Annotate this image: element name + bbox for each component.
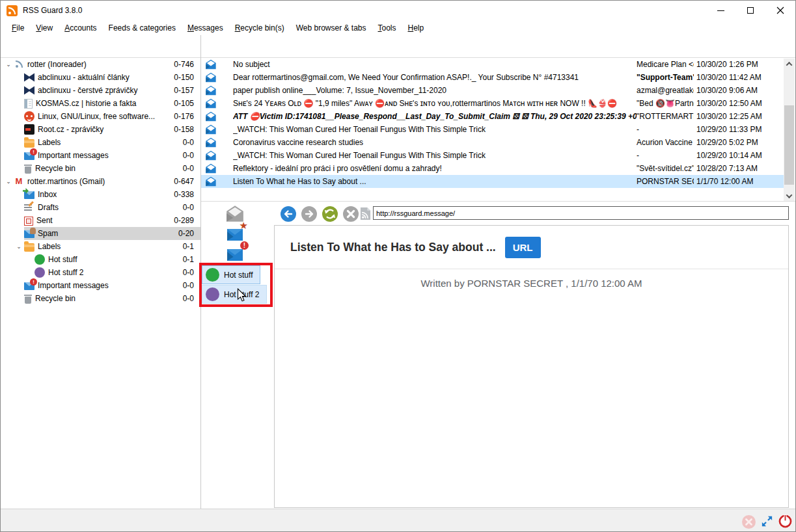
feed-tree-item[interactable]: ⌄ Root.cz - zprávičky 0-158 bbox=[1, 123, 200, 136]
feed-label: abclinuxu - aktuální články bbox=[38, 73, 169, 82]
feed-tree-item[interactable]: ⌄ Recycle bin 0-0 bbox=[1, 162, 200, 175]
envelope-icon bbox=[204, 98, 217, 109]
feed-icon bbox=[24, 152, 34, 160]
maximize-icon bbox=[747, 7, 754, 14]
message-list-scrollbar[interactable] bbox=[784, 59, 795, 201]
feed-unread-count: 0-1 bbox=[183, 242, 194, 251]
menu-tools[interactable]: Tools bbox=[372, 21, 402, 34]
message-row[interactable]: Listen To What he Has to Say about ... P… bbox=[201, 175, 785, 188]
feed-label: Important messages bbox=[38, 151, 178, 160]
menu-view[interactable]: View bbox=[30, 21, 59, 34]
switch-importance-button[interactable]: ! bbox=[225, 245, 245, 263]
envelope-icon bbox=[204, 59, 217, 70]
arrow-right-icon bbox=[301, 206, 317, 222]
feed-tree-item[interactable]: ⌄ abclinuxu - čerstvé zprávičky 0-157 bbox=[1, 84, 200, 97]
menu-feeds-categories[interactable]: Feeds & categories bbox=[103, 21, 182, 34]
message-row[interactable]: _WATCH: This Woman Cured Her Toenail Fun… bbox=[201, 123, 785, 136]
close-button[interactable] bbox=[765, 1, 795, 20]
feed-tree-item[interactable]: ⌄ Hot stuff 0-1 bbox=[1, 253, 200, 266]
label-color-icon bbox=[206, 287, 219, 301]
message-row[interactable]: Sʜᴇ's 24 Yᴇᴀʀs Oʟᴅ ⛔ "1,9 miles" Aᴡᴀʏ ⛔ᴀ… bbox=[201, 97, 785, 110]
feed-unread-count: 0-0 bbox=[183, 138, 194, 147]
message-date: 10/30/20 9:06 AM bbox=[696, 86, 785, 95]
feed-icon bbox=[34, 267, 45, 278]
browser-reload-button[interactable] bbox=[322, 206, 338, 222]
feed-icon bbox=[24, 111, 34, 122]
feed-tree-item[interactable]: ⌄ Important messages 0-0 bbox=[1, 149, 200, 162]
feed-tree-item[interactable]: ⌄ Labels 0-1 bbox=[1, 240, 200, 253]
label-assign-button[interactable]: Hot stuff 2 bbox=[202, 285, 267, 304]
feed-tree-item[interactable]: ⌄ Sent 0-289 bbox=[1, 214, 200, 227]
feed-icon bbox=[24, 163, 32, 174]
menu-file[interactable]: File bbox=[6, 21, 30, 34]
url-input[interactable] bbox=[373, 206, 789, 220]
expand-arrow-icon[interactable]: ⌄ bbox=[14, 243, 24, 250]
feed-unread-count: 0-158 bbox=[174, 125, 194, 134]
message-row[interactable]: _WATCH: This Woman Cured Her Toenail Fun… bbox=[201, 149, 785, 162]
scroll-up-button[interactable] bbox=[784, 59, 795, 69]
menu-web-browser-tabs[interactable]: Web browser & tabs bbox=[290, 21, 372, 34]
feed-unread-count: 0-105 bbox=[174, 99, 194, 108]
open-url-button[interactable]: URL bbox=[505, 237, 541, 258]
envelope-icon bbox=[204, 124, 217, 135]
feed-icon bbox=[24, 230, 34, 238]
message-sender: "Support-Team" ... bbox=[637, 73, 694, 82]
expand-arrow-icon[interactable]: ⌄ bbox=[3, 178, 14, 185]
feed-unread-count: 0-338 bbox=[174, 190, 194, 199]
label-assign-button[interactable]: Hot stuff bbox=[202, 265, 260, 284]
fullscreen-button[interactable] bbox=[760, 514, 774, 529]
feed-tree-item[interactable]: ⌄ Labels 0-0 bbox=[1, 136, 200, 149]
feed-tree-item[interactable]: ⌄ Spam 0-20 bbox=[1, 227, 200, 240]
menu-accounts[interactable]: Accounts bbox=[59, 21, 102, 34]
feed-unread-count: 0-0 bbox=[183, 268, 194, 277]
message-row[interactable]: No subject Medicare Plan <e... 10/30/20 … bbox=[201, 58, 785, 71]
expand-arrow-icon[interactable]: ⌄ bbox=[3, 61, 14, 68]
refresh-icon bbox=[322, 206, 338, 222]
feed-tree-item[interactable]: ⌄ Inbox 0-338 bbox=[1, 188, 200, 201]
minimize-button[interactable] bbox=[706, 1, 735, 20]
message-sender: - bbox=[637, 125, 694, 134]
message-date: 10/29/20 5:02 PM bbox=[696, 138, 785, 147]
feed-tree-item[interactable]: ⌄ Hot stuff 2 0-0 bbox=[1, 266, 200, 279]
message-subject: Listen To What he Has to Say about ... bbox=[233, 177, 637, 186]
feed-label: Recycle bin bbox=[35, 164, 178, 173]
message-row[interactable]: Coronavirus vaccine research studies Acu… bbox=[201, 136, 785, 149]
feed-unread-count: 0-0 bbox=[183, 203, 194, 212]
feed-label: KOSMAS.cz | historie a fakta bbox=[36, 99, 169, 108]
labels-popup: Hot stuff Hot stuff 2 bbox=[202, 265, 269, 304]
feed-tree-item[interactable]: ⌄ M rotter.martinos (Gmail) 0-647 bbox=[1, 175, 200, 188]
feed-tree-item[interactable]: ⌄ abclinuxu - aktuální články 0-150 bbox=[1, 71, 200, 84]
mark-important-button[interactable]: ★ bbox=[225, 225, 245, 243]
browser-forward-button[interactable] bbox=[301, 206, 317, 222]
message-row[interactable]: paper publish online___Volume: 7, Issue_… bbox=[201, 84, 785, 97]
scroll-down-button[interactable] bbox=[784, 191, 795, 201]
message-row[interactable]: Reflektory - ideální pro práci i pro osv… bbox=[201, 162, 785, 175]
feed-tree-item[interactable]: ⌄ Recycle bin 0-0 bbox=[1, 292, 200, 305]
envelope-icon bbox=[204, 72, 217, 83]
feed-tree-item[interactable]: ⌄ Linux, GNU/Linux, free software... 0-1… bbox=[1, 110, 200, 123]
feed-tree-item[interactable]: ⌄ Drafts 0-0 bbox=[1, 201, 200, 214]
stop-running-tasks-button[interactable] bbox=[741, 515, 756, 529]
title-bar: RSS Guard 3.8.0 bbox=[1, 1, 795, 20]
feed-tree-item[interactable]: ⌄ KOSMAS.cz | historie a fakta 0-105 bbox=[1, 97, 200, 110]
message-row[interactable]: Dear rottermartinos@gmail.com, We Need Y… bbox=[201, 71, 785, 84]
label-name: Hot stuff bbox=[224, 271, 253, 280]
menu-messages[interactable]: Messages bbox=[182, 21, 229, 34]
feed-icon bbox=[24, 202, 34, 213]
scrollbar-thumb[interactable] bbox=[784, 105, 794, 185]
browser-stop-button[interactable] bbox=[343, 206, 359, 222]
message-subject: Coronavirus vaccine research studies bbox=[233, 138, 637, 147]
menu-recycle-bin-s-[interactable]: Recycle bin(s) bbox=[229, 21, 290, 34]
message-row[interactable]: ATT ⛔Victim ID:1741081__Please_Respond__… bbox=[201, 110, 785, 123]
feed-label: rotter (Inoreader) bbox=[27, 60, 169, 69]
app-window: RSS Guard 3.8.0 FileViewAccountsFeeds & … bbox=[0, 0, 796, 532]
maximize-button[interactable] bbox=[735, 1, 765, 20]
envelope-icon bbox=[204, 176, 217, 187]
quit-button[interactable] bbox=[778, 514, 792, 528]
feed-tree-item[interactable]: ⌄ rotter (Inoreader) 0-746 bbox=[1, 58, 200, 71]
feed-tree-item[interactable]: ⌄ Important messages 0-0 bbox=[1, 279, 200, 292]
cancel-icon bbox=[343, 206, 359, 222]
browser-back-button[interactable] bbox=[281, 206, 296, 222]
feed-unread-count: 0-0 bbox=[183, 164, 194, 173]
menu-help[interactable]: Help bbox=[402, 21, 430, 34]
